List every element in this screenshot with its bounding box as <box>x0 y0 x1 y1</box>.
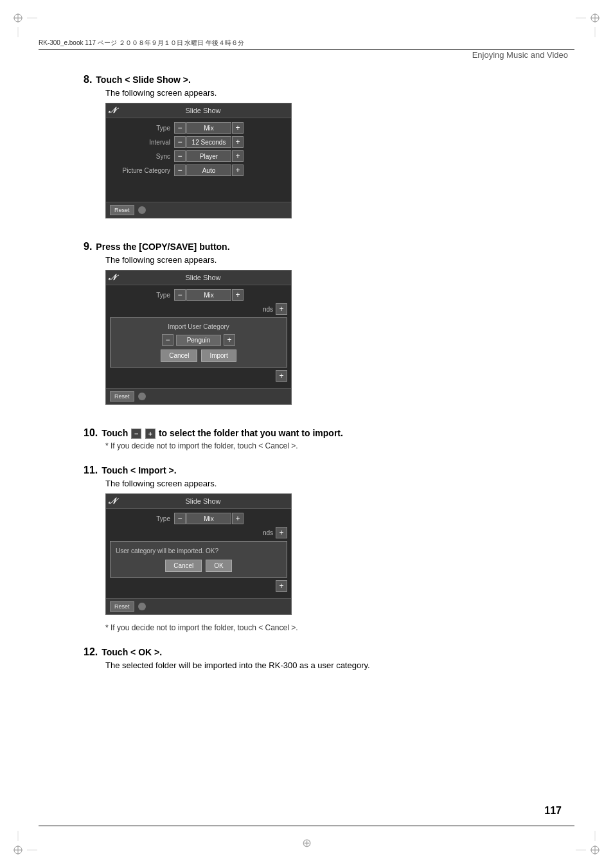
dialog-buttons: Cancel Import <box>116 350 281 362</box>
step-12-subtext: The selected folder will be imported int… <box>105 660 562 670</box>
step-8-titlebar: 𝒩 Slide Show <box>106 103 291 118</box>
step-9-heading: Press the [COPY/SAVE] button. <box>96 242 229 252</box>
step-11-row-partial: nds + <box>110 527 287 538</box>
picturecat-plus[interactable]: + <box>232 164 244 176</box>
step9-nds-plus[interactable]: + <box>276 303 287 315</box>
dialog-cancel-btn[interactable]: Cancel <box>161 350 197 362</box>
step-8-row-picture-cat: Picture Category − Auto + <box>110 164 287 176</box>
step-9-titlebar: 𝒩 Slide Show <box>106 270 291 285</box>
step-12-heading: Touch < OK >. <box>102 647 162 657</box>
confirm-dialog-msg: User category will be imported. OK? <box>116 547 281 556</box>
dialog-plus[interactable]: + <box>224 334 235 346</box>
corner-mark-bl <box>13 829 39 855</box>
interval-minus[interactable]: − <box>174 136 186 148</box>
interval-value: 12 Seconds <box>186 136 231 148</box>
step-9-right-partial: + <box>110 370 287 382</box>
step-10-block: 10. Touch − + to select the folder that … <box>84 427 562 450</box>
step-12-block: 12. Touch < OK >. The selected folder wi… <box>84 646 562 670</box>
step-12-number: 12. <box>84 646 98 658</box>
type-plus[interactable]: + <box>232 122 244 134</box>
step-11-screen-wrapper: 𝒩 Slide Show Type − Mix + <box>105 493 292 615</box>
header-bar: RK-300_e.book 117 ページ ２００８年９月１０日 水曜日 午後４… <box>39 39 574 50</box>
step9-type-minus[interactable]: − <box>174 289 186 301</box>
page-number: 117 <box>544 805 562 817</box>
reset-btn-2[interactable]: Reset <box>110 391 134 402</box>
step9-type-plus[interactable]: + <box>232 289 244 301</box>
step-8-screen: 𝒩 Slide Show Type − Mix + Inte <box>105 103 292 218</box>
step-11-screen-body: Type − Mix + nds + <box>106 509 291 598</box>
step11-nds-plus[interactable]: + <box>276 527 287 538</box>
dialog-control-row: − Penguin + <box>116 334 281 346</box>
step-9-screen: 𝒩 Slide Show Type − Mix + <box>105 270 292 405</box>
step11-type-value: Mix <box>186 513 231 524</box>
step-11-note: If you decide not to import the folder, … <box>105 623 562 632</box>
step-11-subtext: The following screen appears. <box>105 479 562 488</box>
confirm-dialog-buttons: Cancel OK <box>116 560 281 572</box>
picturecat-minus[interactable]: − <box>174 164 186 176</box>
dialog-title: Import User Category <box>116 323 281 330</box>
step-11-screen-title: Slide Show <box>115 497 291 505</box>
step11-type-plus[interactable]: + <box>232 513 244 524</box>
bottom-center-crosshair: ⊕ <box>302 836 312 850</box>
step-8-row-interval: Interval − 12 Seconds + <box>110 136 287 148</box>
step-10-post-text: to select the folder that you want to im… <box>159 428 343 438</box>
step11-type-minus[interactable]: − <box>174 513 186 524</box>
step9-type-value: Mix <box>186 289 231 301</box>
dialog-import-btn[interactable]: Import <box>201 350 236 362</box>
reset-btn[interactable]: Reset <box>110 205 134 215</box>
step-11-row-type: Type − Mix + <box>110 513 287 524</box>
corner-mark-br <box>574 829 600 855</box>
step-9-screen-title: Slide Show <box>115 274 291 281</box>
step-9-row-partial: nds + <box>110 303 287 315</box>
step-11-heading: Touch < Import >. <box>102 465 176 475</box>
header-text: RK-300_e.book 117 ページ ２００８年９月１０日 水曜日 午後４… <box>39 39 244 46</box>
n-icon: 𝒩 <box>109 105 115 116</box>
type-minus[interactable]: − <box>174 122 186 134</box>
step-8-number: 8. <box>84 74 92 85</box>
n-icon-3: 𝒩 <box>109 496 115 506</box>
step-11-titlebar: 𝒩 Slide Show <box>106 494 291 509</box>
step-10-touch-word: Touch <box>102 428 128 438</box>
step-11-number: 11. <box>84 465 98 476</box>
step-9-subtext: The following screen appears. <box>105 255 562 265</box>
confirm-cancel-btn[interactable]: Cancel <box>165 560 202 572</box>
type-value: Mix <box>186 122 231 134</box>
corner-mark-tr <box>574 13 600 39</box>
main-content: 8. Touch < Slide Show >. The following s… <box>84 74 562 684</box>
step-11-header: 11. Touch < Import >. <box>84 465 562 476</box>
step-9-row-type: Type − Mix + <box>110 289 287 301</box>
step-10-note: If you decide not to import the folder, … <box>105 441 562 450</box>
sync-value: Player <box>186 150 231 162</box>
interval-plus[interactable]: + <box>232 136 244 148</box>
reset-btn-3[interactable]: Reset <box>110 601 134 612</box>
step-8-screen-wrapper: 𝒩 Slide Show Type − Mix + Inte <box>105 103 292 218</box>
dialog-minus[interactable]: − <box>162 334 173 346</box>
import-dialog: Import User Category − Penguin + Cancel … <box>110 317 287 368</box>
step-9-footer: Reset <box>106 388 291 404</box>
step-8-screen-body: Type − Mix + Interval − 12 Seconds + <box>106 118 291 202</box>
step-9-screen-body: Type − Mix + nds + Impo <box>106 285 291 388</box>
bottom-bar <box>39 826 574 826</box>
step-8-subtext: The following screen appears. <box>105 88 562 98</box>
step-10-minus-icon: − <box>131 429 141 439</box>
step-8-row-sync: Sync − Player + <box>110 150 287 162</box>
step-9-screen-wrapper: 𝒩 Slide Show Type − Mix + <box>105 270 292 405</box>
step-11-screen-container: 𝒩 Slide Show Type − Mix + <box>105 493 292 617</box>
step-12-header: 12. Touch < OK >. <box>84 646 562 658</box>
confirm-dialog: User category will be imported. OK? Canc… <box>110 541 287 578</box>
step-8-screen-container: 𝒩 Slide Show Type − Mix + Inte <box>105 103 292 220</box>
step-11-right-partial: + <box>110 580 287 592</box>
n-icon-2: 𝒩 <box>109 272 115 283</box>
dialog-folder-value: Penguin <box>176 335 221 346</box>
sync-plus[interactable]: + <box>232 150 244 162</box>
step9-bottom-plus[interactable]: + <box>276 370 287 382</box>
step-8-footer: Reset <box>106 202 291 218</box>
step-9-number: 9. <box>84 241 92 252</box>
corner-mark-tl <box>13 13 39 39</box>
page-title: Enjoying Music and Video <box>472 50 568 60</box>
confirm-ok-btn[interactable]: OK <box>206 560 231 572</box>
step-8-header: 8. Touch < Slide Show >. <box>84 74 562 85</box>
step11-bottom-plus[interactable]: + <box>276 580 287 592</box>
sync-minus[interactable]: − <box>174 150 186 162</box>
step-10-header: 10. Touch − + to select the folder that … <box>84 427 562 439</box>
